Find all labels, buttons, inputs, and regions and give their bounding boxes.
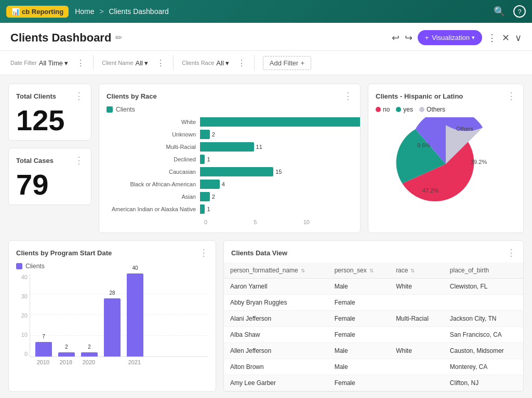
y-axis-20: 20 [21,312,28,319]
table-row[interactable]: Abby Bryan Ruggles Female [224,295,523,311]
client-name-more-icon[interactable]: ⋮ [156,58,165,68]
breadcrumb-home[interactable]: Home [75,7,94,16]
legend-label: Others [427,106,445,113]
cell-race [390,375,444,391]
dashboard: Total Clients ⋮ 125 Total Cases ⋮ 79 Cli… [0,75,532,398]
search-icon[interactable]: 🔍 [494,6,505,17]
hispanic-header: Clients - Hispanic or Latino ⋮ [368,84,523,106]
col-header-name[interactable]: person_formatted_name ⇅ [224,263,328,279]
program-chart-more-icon[interactable]: ⋮ [199,247,208,258]
bar-track: 4 [200,180,353,189]
clients-by-race-more-icon[interactable]: ⋮ [343,90,353,102]
program-chart-inner: 40 30 20 10 0 [16,274,208,357]
race-filter-value[interactable]: All ▾ [216,59,229,67]
close-button[interactable]: ✕ [502,32,510,44]
add-visualization-button[interactable]: + Visualization ▾ [418,30,482,45]
add-filter-button[interactable]: Add Filter + [263,56,311,70]
legend-circle [396,107,401,112]
table-row[interactable]: Alton Brown Male Monterey, CA [224,359,523,375]
col-sex-label: person_sex [335,267,367,274]
axis-tick-10: 10 [303,219,353,225]
table-row[interactable]: Aaron Yarnell Male White Clewiston, FL [224,279,523,295]
bar-fill [200,180,220,189]
x-label-2020: 2020 [81,359,97,365]
axis-tick-0: 0 [204,219,254,225]
app-logo[interactable]: 📊 cb Reporting [6,6,69,18]
cell-name: Abby Bryan Ruggles [224,295,328,311]
top-navigation: 📊 cb Reporting Home > Clients Dashboard … [0,0,532,23]
col-header-birth[interactable]: place_of_birth [444,263,523,279]
table-wrapper[interactable]: person_formatted_name ⇅ person_sex ⇅ [224,263,523,391]
bar-fill [200,155,205,164]
bar-value: 1 [207,206,210,212]
clients-by-race-legend: Clients [99,106,360,117]
more-options-button[interactable]: ⋮ [487,32,497,44]
col-birth-label: place_of_birth [450,267,489,274]
clients-legend-dot [107,106,113,113]
bar-track: 34 [200,117,361,127]
date-filter[interactable]: Date Filter All Time ▾ [10,59,68,67]
pie-label-others-pct: 39.2% [471,159,487,165]
expand-button[interactable]: ∨ [515,32,522,44]
cell-race: White [390,343,444,359]
date-filter-more-icon[interactable]: ⋮ [76,58,85,68]
redo-button[interactable]: ↪ [405,32,413,44]
help-icon[interactable]: ? [513,5,526,18]
legend-item: no [376,106,390,113]
y-axis-10: 10 [21,332,28,338]
filter-separator-2 [173,55,174,71]
x-label-2010: 2010 [35,359,51,365]
bar-fill [200,167,273,176]
hispanic-card: Clients - Hispanic or Latino ⋮ noyesOthe… [368,84,524,233]
nav-right: 🔍 ? [494,5,526,18]
cell-birth [444,295,523,311]
bar-row: Black or African-American 4 [107,180,353,189]
table-row[interactable]: Amy Lee Garber Female Clifton, NJ [224,375,523,391]
chevron-down-icon: ▾ [225,59,229,67]
axis-tick-5: 5 [254,219,303,225]
sort-icon-race: ⇅ [410,268,415,273]
hispanic-title: Clients - Hispanic or Latino [376,92,463,100]
legend-circle [419,107,424,112]
x-label-2021: 2021 [126,359,143,365]
cell-race [390,359,444,375]
undo-button[interactable]: ↩ [392,32,400,44]
hispanic-pie-chart: 47.2% 9.6% 39.2% Others [389,117,503,211]
bar-value: 15 [275,169,282,175]
table-row[interactable]: Alba Shaw Female San Francisco, CA [224,327,523,343]
plus-icon: + [425,34,429,42]
cell-birth: Clewiston, FL [444,279,523,295]
page-title: Clients Dashboard [10,31,111,45]
v-bar-2020b-label: 28 [109,290,115,296]
sort-icon-name: ⇅ [301,268,305,273]
total-cases-title: Total Cases [16,157,54,164]
v-bar-2018-fill: 2 [58,352,75,356]
bar-track: 11 [200,142,353,152]
v-bar-2021: 40 [127,273,143,356]
table-row[interactable]: Allen Jefferson Male White Causton, Mids… [224,343,523,359]
client-name-filter[interactable]: Client Name All ▾ [102,59,148,67]
breadcrumb-separator: > [99,7,103,16]
bar-row: White 34 [107,117,353,127]
hispanic-more-icon[interactable]: ⋮ [507,90,516,102]
v-bar-2021-fill: 40 [127,273,143,356]
date-filter-value[interactable]: All Time ▾ [39,59,68,67]
bar-fill [200,142,254,152]
edit-title-icon[interactable]: ✏ [115,33,122,43]
client-name-value[interactable]: All ▾ [136,59,148,67]
race-filter[interactable]: Clients Race All ▾ [182,59,229,67]
cell-race [390,295,444,311]
total-clients-more-icon[interactable]: ⋮ [74,90,84,102]
bar-value: 2 [212,194,215,200]
total-cases-more-icon[interactable]: ⋮ [74,155,84,166]
table-row[interactable]: Alani Jefferson Female Multi-Racial Jack… [224,311,523,327]
chevron-down-icon: ▾ [64,59,68,67]
y-axis-40: 40 [21,274,28,280]
col-header-race[interactable]: race ⇅ [390,263,444,279]
data-table-more-icon[interactable]: ⋮ [507,247,516,258]
program-chart-header: Clients by Program Start Date ⋮ [9,241,216,263]
race-filter-more-icon[interactable]: ⋮ [237,58,246,68]
title-row: Clients Dashboard ✏ [10,31,122,45]
program-v-chart: 40 30 20 10 0 [9,274,216,373]
col-header-sex[interactable]: person_sex ⇅ [328,263,390,279]
